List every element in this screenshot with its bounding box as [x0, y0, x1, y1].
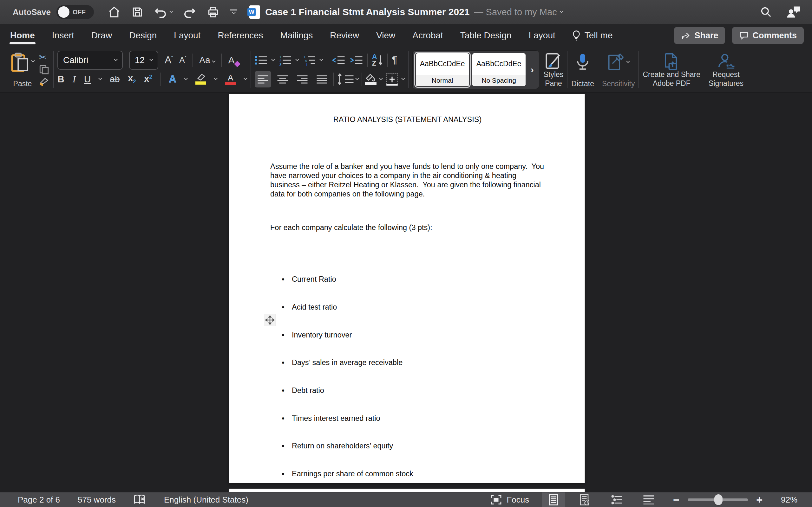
create-share-adobe-pdf-button[interactable]: Create and ShareAdobe PDF [643, 51, 700, 88]
sensitivity-button[interactable]: Sensitivity [602, 51, 635, 88]
svg-text:i: i [306, 63, 307, 66]
paste-button[interactable]: Paste [11, 51, 34, 88]
text-effects-button[interactable]: A [169, 73, 176, 85]
tab-review[interactable]: Review [329, 26, 360, 45]
autosave-state: OFF [72, 9, 86, 16]
proofing-status-icon[interactable] [134, 494, 146, 505]
share-button[interactable]: Share [674, 27, 725, 44]
align-right-button[interactable] [294, 71, 310, 88]
zoom-out-button[interactable]: − [673, 494, 679, 505]
doc-calc-line: For each company calculate the following… [270, 223, 545, 232]
tab-layout[interactable]: Layout [173, 26, 201, 45]
tab-table-design[interactable]: Table Design [460, 26, 512, 45]
superscript-button[interactable]: x2 [144, 74, 152, 84]
numbered-list-icon[interactable]: 123 [279, 55, 292, 66]
tab-references[interactable]: References [217, 26, 264, 45]
request-signatures-button[interactable]: RequestSignatures [709, 51, 744, 88]
numbered-list-chevron-icon[interactable] [295, 57, 299, 61]
increase-indent-icon[interactable] [350, 55, 363, 66]
clear-formatting-button[interactable]: A [228, 55, 235, 66]
bold-button[interactable]: B [57, 74, 64, 84]
multilevel-list-icon[interactable]: 1ai [303, 55, 316, 66]
align-left-button[interactable] [255, 71, 271, 88]
align-center-button[interactable] [274, 71, 291, 88]
styles-pane-button[interactable]: StylesPane [544, 51, 564, 88]
shrink-font-button[interactable]: Aˇ [179, 55, 186, 65]
language-indicator[interactable]: English (United States) [164, 495, 248, 505]
italic-button[interactable]: I [72, 74, 76, 84]
underline-chevron-icon[interactable] [99, 76, 102, 80]
cut-icon[interactable]: ✂ [39, 53, 49, 62]
highlight-button[interactable] [195, 74, 206, 84]
decrease-indent-icon[interactable] [332, 55, 345, 66]
styles-gallery: AaBbCcDdEe Normal AaBbCcDdEe No Spacing … [412, 50, 539, 89]
view-print-layout-button[interactable] [542, 493, 565, 507]
focus-button[interactable]: Focus [491, 495, 529, 505]
dictate-button[interactable]: Dictate [571, 51, 594, 88]
word-count[interactable]: 575 words [78, 495, 116, 505]
view-draft-button[interactable] [637, 493, 660, 507]
zoom-slider[interactable] [688, 498, 748, 501]
font-color-button[interactable]: A [225, 73, 236, 85]
style-normal[interactable]: AaBbCcDdEe Normal [416, 53, 469, 86]
document-canvas[interactable]: RATIO ANALYSIS (STATEMENT ANALYSIS) Assu… [0, 93, 812, 492]
search-icon[interactable] [760, 6, 772, 18]
format-painter-icon[interactable] [39, 77, 49, 87]
tab-mailings[interactable]: Mailings [280, 26, 314, 45]
borders-button[interactable] [386, 72, 399, 86]
tab-acrobat[interactable]: Acrobat [412, 26, 444, 45]
print-icon[interactable] [207, 6, 219, 18]
undo-button[interactable] [154, 6, 172, 18]
bullet-list-icon[interactable] [255, 55, 267, 66]
sort-button[interactable]: AZ [372, 54, 383, 67]
page-indicator[interactable]: Page 2 of 6 [18, 495, 60, 505]
line-spacing-button[interactable] [337, 73, 358, 85]
strikethrough-button[interactable]: ab [110, 74, 119, 84]
home-icon[interactable] [108, 6, 120, 18]
doc-paragraph: Assume the role of a banker and you have… [270, 162, 545, 199]
document-title: Case 1 Financial Stmt Analysis Summer 20… [265, 7, 469, 17]
presence-share-icon[interactable] [786, 5, 801, 19]
document-page[interactable]: RATIO ANALYSIS (STATEMENT ANALYSIS) Assu… [229, 94, 585, 483]
saved-status-chevron-icon[interactable] [560, 9, 563, 13]
toolbar-more-icon[interactable] [230, 9, 237, 14]
font-name-select[interactable]: Calibri [57, 51, 123, 70]
request-signatures-icon [717, 53, 735, 71]
tab-home[interactable]: Home [9, 26, 36, 45]
font-size-select[interactable]: 12 [129, 51, 158, 70]
saved-status[interactable]: — Saved to my Mac [474, 7, 557, 17]
highlight-pen-icon [196, 74, 206, 81]
zoom-slider-thumb[interactable] [714, 494, 722, 505]
style-no-spacing[interactable]: AaBbCcDdEe No Spacing [472, 53, 525, 86]
change-case-button[interactable]: Aa [199, 55, 215, 65]
bullet-list-chevron-icon[interactable] [271, 57, 275, 61]
undo-menu-chevron-icon[interactable] [169, 9, 173, 13]
view-outline-button[interactable] [605, 493, 629, 507]
tab-design[interactable]: Design [129, 26, 157, 45]
redo-button[interactable] [183, 6, 196, 18]
tab-draw[interactable]: Draw [91, 26, 113, 45]
autosave-toggle[interactable]: OFF [56, 5, 94, 19]
underline-button[interactable]: U [84, 74, 91, 84]
grow-font-button[interactable]: Aˆ [165, 54, 173, 66]
table-move-handle-icon[interactable] [264, 314, 276, 326]
autosave-toggle-knob [58, 6, 69, 18]
zoom-in-button[interactable]: + [756, 494, 763, 505]
subscript-button[interactable]: x2 [128, 73, 136, 85]
zoom-level[interactable]: 92% [776, 495, 803, 505]
tab-layout-table[interactable]: Layout [528, 26, 556, 45]
tab-insert[interactable]: Insert [51, 26, 75, 45]
save-icon[interactable] [131, 6, 143, 18]
comments-button[interactable]: Comments [732, 27, 804, 44]
copy-icon[interactable] [39, 64, 49, 75]
tell-me-button[interactable]: Tell me [572, 31, 613, 41]
titlebar: AutoSave OFF Case 1 Financial Stmt Analy… [0, 0, 812, 24]
tab-view[interactable]: View [375, 26, 396, 45]
show-paragraph-marks-button[interactable]: ¶ [392, 54, 397, 66]
shading-button[interactable] [365, 73, 376, 85]
comment-icon [739, 31, 749, 40]
styles-gallery-more-chevron[interactable]: › [529, 64, 536, 75]
view-web-layout-button[interactable] [573, 493, 597, 507]
multilevel-list-chevron-icon[interactable] [319, 57, 323, 61]
justify-button[interactable] [314, 71, 330, 88]
